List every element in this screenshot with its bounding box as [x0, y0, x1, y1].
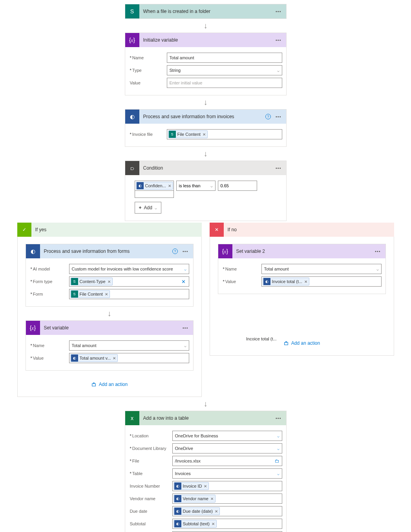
condition-card: ⫐ Condition ••• ◐ Confiden... ✕ is less … — [125, 161, 287, 221]
token-file-content[interactable]: S File Content ✕ — [168, 130, 208, 138]
close-icon: ✕ — [210, 223, 224, 237]
card-header[interactable]: ◐ Process and save information from invo… — [125, 110, 286, 124]
token-content-type[interactable]: S Content-Type ✕ — [70, 278, 113, 285]
name-select[interactable]: Total amount⌵ — [261, 264, 382, 274]
ai-builder-icon: ◐ — [125, 110, 139, 124]
field-label: *File — [129, 459, 172, 463]
operator-select[interactable]: is less than⌵ — [176, 181, 216, 191]
more-icon[interactable]: ••• — [181, 325, 190, 330]
add-condition-button[interactable]: + Add ⌵ — [135, 202, 161, 214]
add-action-button[interactable]: Add an action — [91, 382, 128, 387]
location-select[interactable]: OneDrive for Business⌵ — [172, 431, 282, 441]
card-header[interactable]: ◐ Process and save information from form… — [26, 244, 193, 258]
card-header[interactable]: ⫐ Condition ••• — [125, 161, 286, 175]
more-icon[interactable]: ••• — [274, 38, 283, 42]
card-header[interactable]: {𝑥} Initialize variable ••• — [125, 33, 286, 47]
field-label: *Form type — [30, 279, 69, 284]
condition-value-input[interactable]: 0.65 — [218, 181, 257, 191]
field-label: Subtotal — [129, 521, 172, 526]
more-icon[interactable]: ••• — [274, 9, 283, 14]
form-type-input[interactable]: S Content-Type ✕ ✕ — [69, 276, 189, 287]
name-input[interactable]: Total amount — [167, 53, 282, 63]
token-input[interactable]: ◐Due date (date)✕ — [172, 506, 282, 516]
remove-token-icon[interactable]: ✕ — [113, 356, 116, 360]
ai-builder-icon: ◐ — [26, 244, 40, 258]
help-icon[interactable]: ? — [265, 114, 271, 119]
card-header[interactable]: {𝑥} Set variable 2 ••• — [218, 244, 385, 258]
invoice-file-input[interactable]: S File Content ✕ — [167, 129, 282, 139]
more-icon[interactable]: ••• — [274, 166, 283, 170]
ai-token-icon: ◐ — [174, 508, 181, 515]
token[interactable]: ◐Invoice ID✕ — [174, 482, 209, 490]
token-input[interactable]: ◐Subtotal (text)✕ — [172, 519, 282, 529]
ai-model-select[interactable]: Custom model for invoices with low confi… — [69, 264, 189, 274]
checkmark-icon: ✓ — [17, 223, 31, 237]
add-action-button[interactable]: Add an action — [283, 340, 320, 346]
clear-icon[interactable]: ✕ — [181, 279, 186, 285]
condition-left-input[interactable]: ◐ Confiden... ✕ — [135, 181, 174, 191]
branch-header-yes: ✓ If yes — [17, 223, 202, 237]
token-total-amount[interactable]: ◐ Total amount v... ✕ — [70, 354, 118, 362]
more-icon[interactable]: ••• — [373, 249, 382, 254]
help-icon[interactable]: ? — [172, 249, 178, 254]
condition-icon: ⫐ — [125, 161, 139, 175]
remove-token-icon[interactable]: ✕ — [204, 484, 207, 488]
remove-token-icon[interactable]: ✕ — [210, 497, 214, 501]
sharepoint-token-icon: S — [71, 278, 78, 285]
remove-token-icon[interactable]: ✕ — [304, 280, 307, 284]
remove-token-icon[interactable]: ✕ — [215, 509, 218, 514]
ai-token-icon: ◐ — [71, 355, 78, 362]
chevron-down-icon: ⌵ — [210, 184, 213, 188]
field-label: *Type — [129, 68, 167, 73]
arrow-down-icon: ↓ — [108, 309, 111, 318]
remove-token-icon[interactable]: ✕ — [108, 280, 111, 284]
remove-token-icon[interactable]: ✕ — [105, 292, 108, 296]
form-input[interactable]: S File Content ✕ — [69, 289, 189, 299]
set-variable-2-card: {𝑥} Set variable 2 ••• *Name Total amoun… — [218, 244, 386, 294]
value-input[interactable]: Enter initial value — [167, 78, 282, 88]
value-input[interactable]: ◐ Total amount v... ✕ — [69, 353, 189, 363]
trigger-title: When a file is created in a folder — [139, 9, 274, 14]
card-header[interactable]: x Add a row into a table ••• — [125, 411, 286, 425]
ai-token-icon: ◐ — [174, 520, 181, 527]
token-file-content[interactable]: S File Content ✕ — [70, 290, 110, 298]
field-label: *AI model — [30, 267, 69, 271]
token-input[interactable]: ◐Vendor name✕ — [172, 494, 282, 504]
field-label: Invoice Number — [129, 484, 172, 488]
token[interactable]: ◐Due date (date)✕ — [174, 507, 220, 515]
field-label: *Document Library — [129, 446, 172, 451]
token-invoice-total[interactable]: ◐ Invoice total (t... ✕ — [263, 278, 310, 285]
chevron-down-icon: ⌵ — [376, 267, 379, 271]
file-picker[interactable]: /Invoices.xlsx🗀 — [172, 456, 282, 466]
sharepoint-token-icon: S — [169, 131, 176, 138]
field-label: *Value — [222, 279, 261, 284]
add-action-icon — [91, 382, 97, 387]
more-icon[interactable]: ••• — [181, 249, 190, 254]
trigger-card[interactable]: S When a file is created in a folder ••• — [125, 4, 287, 19]
token[interactable]: ◐Vendor name✕ — [174, 495, 216, 503]
table-select[interactable]: Invoices⌵ — [172, 468, 282, 479]
library-select[interactable]: OneDrive⌵ — [172, 443, 282, 453]
token[interactable]: ◐Subtotal (text)✕ — [174, 520, 217, 528]
process-forms-card: ◐ Process and save information from form… — [26, 244, 194, 307]
type-select[interactable]: String⌵ — [167, 65, 282, 75]
card-title: Condition — [139, 165, 274, 171]
card-title: Set variable 2 — [232, 249, 373, 254]
remove-token-icon[interactable]: ✕ — [168, 184, 171, 188]
remove-token-icon[interactable]: ✕ — [212, 522, 215, 526]
token-confidence[interactable]: ◐ Confiden... ✕ — [136, 182, 173, 190]
name-select[interactable]: Total amount⌵ — [69, 340, 189, 351]
value-input[interactable]: ◐ Invoice total (t... ✕ — [261, 276, 382, 287]
folder-icon[interactable]: 🗀 — [275, 458, 279, 464]
card-title: Process and save information from forms — [40, 249, 172, 254]
chevron-down-icon: ⌵ — [184, 344, 186, 348]
more-icon[interactable]: ••• — [274, 114, 283, 119]
ai-token-icon: ◐ — [263, 278, 270, 285]
chevron-down-icon: ⌵ — [184, 267, 186, 271]
sharepoint-icon: S — [125, 4, 139, 18]
more-icon[interactable]: ••• — [274, 416, 283, 420]
remove-token-icon[interactable]: ✕ — [203, 132, 206, 137]
if-yes-branch: ✓ If yes ◐ Process and save information … — [17, 223, 202, 397]
token-input[interactable]: ◐Invoice ID✕ — [172, 481, 282, 491]
card-header[interactable]: {𝑥} Set variable ••• — [26, 321, 193, 335]
